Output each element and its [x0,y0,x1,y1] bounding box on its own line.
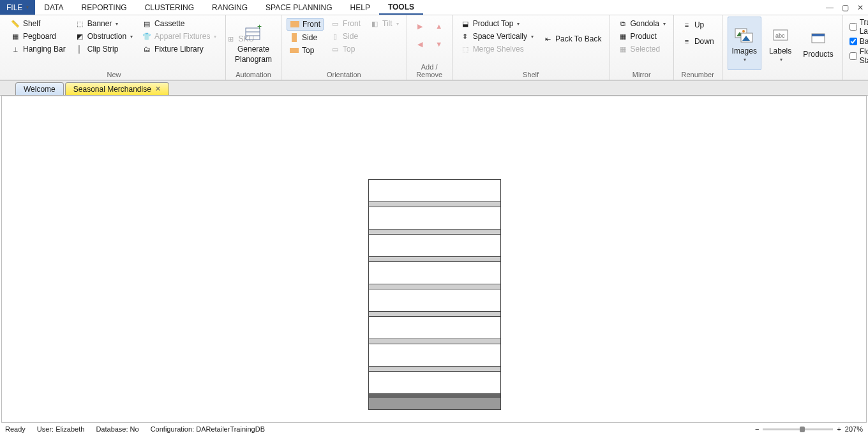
group-label-automation: Automation [231,70,276,80]
top2-button: ▭Top [327,43,363,55]
shelf-button[interactable]: 📏Shelf [8,18,68,29]
group-label-mirror: Mirror [615,70,668,80]
menu-help[interactable]: HELP [341,0,379,15]
product-icon: ▦ [618,31,628,41]
remove-left-button: ◀ [412,38,428,50]
obstruction-icon: ◩ [75,31,85,41]
fixture-library-button[interactable]: 🗂Fixture Library [139,43,219,55]
renumber-down-button[interactable]: ≡Down [679,36,717,47]
zoom-in-icon[interactable]: + [837,425,841,433]
document-tabs: Welcome Seasonal Merchandise ✕ [0,80,868,96]
menu-file[interactable]: FILE▾ [0,0,35,15]
top-icon [289,45,299,55]
pack-to-back-icon: ⇤ [542,34,553,44]
side2-button: ▯Side [327,31,363,42]
menu-clustering[interactable]: CLUSTERING [136,0,203,15]
remove-down-button: ▼ [431,38,447,50]
mirror-product-button[interactable]: ▦Product [615,31,668,42]
group-label-view: View [848,70,868,80]
side-button[interactable]: Side [287,32,324,43]
gondola-icon: ⧉ [618,18,628,29]
arrow-add-up-icon: ▲ [434,21,444,31]
zoom-value: 207% [845,425,863,433]
group-label-renumber: Renumber [679,70,717,80]
arrow-add-right-icon: ▶ [415,21,425,31]
renumber-up-icon: ≡ [682,20,692,30]
apparel-fixtures-button: 👕Apparel Fixtures▾ [139,31,219,42]
menu-space-planning[interactable]: SPACE PLANNING [257,0,341,15]
menu-reporting[interactable]: REPORTING [73,0,136,15]
window-restore-icon[interactable]: ▢ [837,0,853,15]
tilt-button: ◧Tilt▾ [367,18,401,29]
product-top-button[interactable]: ⬓Product Top▾ [458,18,536,29]
menu-tools[interactable]: TOOLS [379,0,423,15]
front-button[interactable]: Front [287,18,324,31]
add-up-button: ▲ [431,20,447,32]
window-close-icon[interactable]: ✕ [853,0,868,15]
pegboard-icon: ▦ [10,31,20,41]
window-minimize-icon[interactable]: — [822,0,837,15]
group-label-orientation: Orientation [287,70,401,80]
status-config: Configuration: DARetailerTrainingDB [151,425,265,433]
svg-text:+: + [257,23,262,31]
generate-planogram-button[interactable]: + Generate Planogram [231,17,276,70]
group-label-new: New [8,70,220,80]
status-bar: Ready User: Elizabeth Database: No Confi… [0,423,868,435]
pack-to-back-button[interactable]: ⇤Pack To Back [540,33,604,45]
images-icon [734,25,754,45]
cassette-icon: ▤ [142,18,152,29]
side-icon [289,33,299,43]
menu-bar: FILE▾ DATA REPORTING CLUSTERING RANGING … [0,0,868,15]
top-button[interactable]: Top [287,45,324,56]
transparent-checkbox[interactable]: Transparent Lab [848,18,868,36]
products-button[interactable]: Products [799,17,837,70]
generate-planogram-icon: + [243,23,264,43]
svg-point-6 [742,30,745,33]
cassette-button[interactable]: ▤Cassette [139,18,219,29]
product-top-icon: ⬓ [460,18,470,29]
front-icon [290,19,300,29]
planogram-canvas[interactable] [1,96,867,423]
svg-rect-12 [812,34,825,36]
obstruction-button[interactable]: ◩Obstruction▾ [72,31,135,42]
planogram-fixture[interactable] [368,179,501,410]
fixture-library-icon: 🗂 [142,44,152,54]
clip-strip-icon: │ [75,44,85,54]
hanging-bar-button[interactable]: ⟂Hanging Bar [8,43,68,55]
pegboard-button[interactable]: ▦Pegboard [8,31,68,42]
renumber-up-button[interactable]: ≡Up [679,19,717,31]
side2-icon: ▯ [330,31,340,41]
apparel-icon: 👕 [142,31,152,41]
merge-shelves-button: ⬚Merge Shelves [458,43,536,55]
menu-ranging[interactable]: RANGING [203,0,257,15]
labels-button[interactable]: abc Labels▾ [765,17,795,70]
images-button[interactable]: Images▾ [728,17,761,70]
menu-data[interactable]: DATA [35,0,72,15]
space-vert-icon: ⇕ [460,31,470,41]
svg-text:abc: abc [775,33,785,39]
space-vertically-button[interactable]: ⇕Space Vertically▾ [458,31,536,42]
zoom-control[interactable]: − + 207% [755,425,863,433]
mirror-gondola-button[interactable]: ⧉Gondola▾ [615,18,668,29]
group-label-shelf: Shelf [458,70,604,80]
tab-close-icon[interactable]: ✕ [155,85,161,93]
arrow-remove-left-icon: ◀ [415,39,425,49]
clip-strip-button[interactable]: │Clip Strip [72,43,135,55]
group-label-blank [728,70,837,80]
status-ready: Ready [5,425,26,433]
zoom-slider[interactable] [763,428,833,430]
arrow-remove-down-icon: ▼ [434,39,444,49]
merge-icon: ⬚ [460,44,470,54]
banner-button[interactable]: ⬚Banner▾ [72,18,135,29]
zoom-out-icon[interactable]: − [755,425,759,433]
shelf-icon: 📏 [10,18,20,29]
floating-checkbox[interactable]: Floating Status [848,47,868,65]
ribbon: 📏Shelf ▦Pegboard ⟂Hanging Bar ⬚Banner▾ ◩… [0,15,868,80]
front2-icon: ▭ [330,18,340,29]
selected-icon: ▦ [618,44,628,54]
tab-welcome[interactable]: Welcome [15,82,64,95]
banners-checkbox[interactable]: Banners [848,37,868,46]
tab-seasonal-merchandise[interactable]: Seasonal Merchandise ✕ [65,82,169,95]
labels-icon: abc [770,25,791,45]
hanging-bar-icon: ⟂ [10,44,20,54]
